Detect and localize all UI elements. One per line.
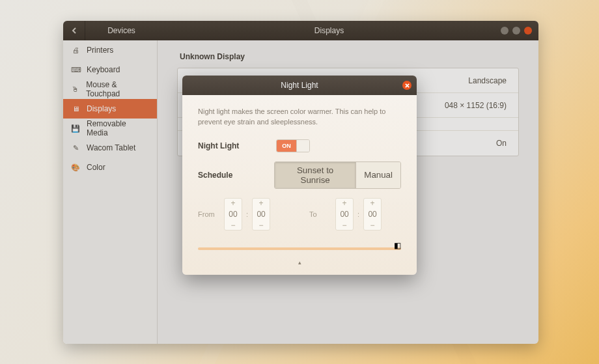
to-minutes-value: 00 <box>364 208 381 221</box>
from-hours-spinner[interactable]: + 00 − <box>224 198 242 231</box>
toggle-knob <box>296 140 309 152</box>
schedule-auto-button[interactable]: Sunset to Sunrise <box>275 162 355 188</box>
increment-button[interactable]: + <box>364 199 381 208</box>
night-light-toggle[interactable]: ON <box>276 139 310 152</box>
dialog-title: Night Light <box>281 81 318 90</box>
to-time-group: To + 00 − : + 00 − <box>309 198 382 231</box>
schedule-label: Schedule <box>198 171 274 180</box>
dialog-description: Night light makes the screen color warme… <box>198 107 401 128</box>
schedule-manual-button[interactable]: Manual <box>355 162 400 188</box>
decrement-button[interactable]: − <box>336 221 353 230</box>
decrement-button[interactable]: − <box>225 221 242 230</box>
to-hours-spinner[interactable]: + 00 − <box>335 198 354 231</box>
to-hours-value: 00 <box>336 208 353 221</box>
to-label: To <box>309 210 331 218</box>
increment-button[interactable]: + <box>225 199 242 208</box>
from-minutes-spinner[interactable]: + 00 − <box>252 198 270 231</box>
dialog-close-button[interactable] <box>402 81 411 90</box>
from-minutes-value: 00 <box>253 208 270 221</box>
to-minutes-spinner[interactable]: + 00 − <box>363 198 382 231</box>
from-hours-value: 00 <box>225 208 242 221</box>
slider-thumb-icon[interactable]: ◧ <box>394 241 401 250</box>
schedule-segmented: Sunset to Sunrise Manual <box>274 161 401 189</box>
warmth-slider[interactable]: ◧ <box>198 247 401 257</box>
increment-button[interactable]: + <box>253 199 270 208</box>
from-time-group: From + 00 − : + 00 − <box>198 198 270 231</box>
dialog-titlebar: Night Light <box>182 76 417 95</box>
from-label: From <box>198 210 220 218</box>
toggle-state: ON <box>277 140 296 152</box>
slider-track <box>198 247 401 250</box>
expand-handle[interactable]: ▴ <box>198 259 401 266</box>
night-light-label: Night Light <box>198 141 276 150</box>
decrement-button[interactable]: − <box>253 221 270 230</box>
increment-button[interactable]: + <box>336 199 353 208</box>
decrement-button[interactable]: − <box>364 221 381 230</box>
night-light-dialog: Night Light Night light makes the screen… <box>182 76 417 275</box>
